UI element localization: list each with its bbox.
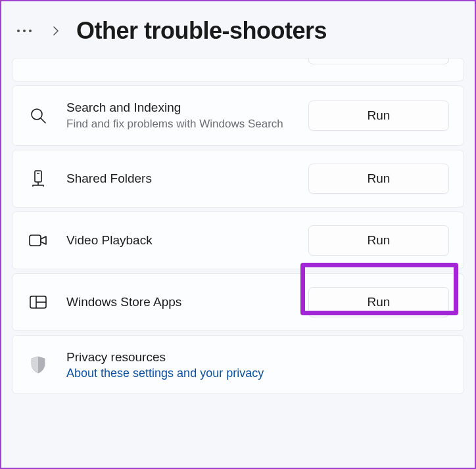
list-item-privacy[interactable]: Privacy resources About these settings a…: [12, 335, 464, 395]
run-button[interactable]: Run: [308, 100, 449, 131]
troubleshooter-list: Search and Indexing Find and fix problem…: [1, 58, 475, 409]
svg-line-1: [41, 118, 45, 123]
run-button[interactable]: Run: [308, 287, 449, 317]
shared-folders-icon: [27, 169, 49, 189]
search-icon: [27, 106, 49, 125]
more-icon[interactable]: [17, 30, 32, 32]
store-apps-icon: [27, 295, 49, 309]
run-button[interactable]: Run: [308, 164, 449, 194]
item-subtitle: Find and fix problems with Windows Searc…: [66, 117, 302, 132]
page-title: Other trouble-shooters: [76, 17, 327, 45]
list-item[interactable]: [12, 58, 464, 81]
list-item-video-playback[interactable]: Video Playback Run: [12, 212, 464, 269]
svg-rect-8: [30, 235, 41, 246]
svg-rect-2: [35, 171, 41, 182]
item-title: Windows Store Apps: [66, 294, 302, 311]
list-item-search-indexing[interactable]: Search and Indexing Find and fix problem…: [12, 85, 464, 146]
item-title: Shared Folders: [66, 170, 302, 187]
item-title: Video Playback: [66, 232, 302, 249]
header: Other trouble-shooters: [1, 1, 475, 58]
item-title: Privacy resources: [66, 349, 449, 366]
item-title: Search and Indexing: [66, 99, 302, 116]
list-item-windows-store-apps[interactable]: Windows Store Apps Run: [12, 273, 464, 331]
shield-icon: [27, 355, 49, 374]
video-icon: [27, 233, 49, 248]
run-button-partial[interactable]: [308, 58, 449, 64]
privacy-link[interactable]: About these settings and your privacy: [66, 367, 264, 380]
run-button[interactable]: Run: [308, 225, 449, 256]
chevron-right-icon: [41, 26, 67, 36]
list-item-shared-folders[interactable]: Shared Folders Run: [12, 150, 464, 208]
